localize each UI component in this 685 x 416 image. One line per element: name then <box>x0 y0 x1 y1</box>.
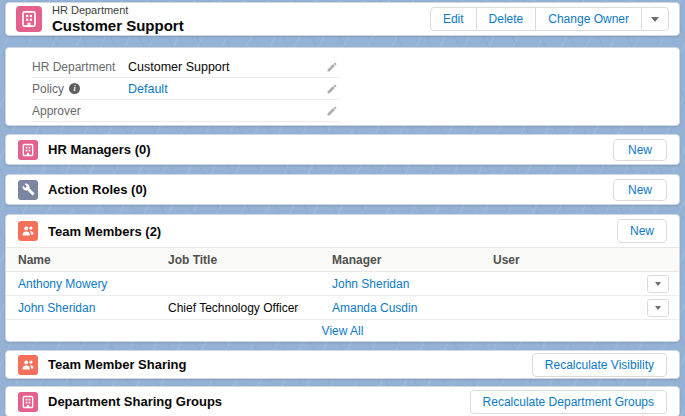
table-row: John Sheridan Chief Technology Officer A… <box>6 296 679 320</box>
field-label: Approver <box>32 104 128 118</box>
field-label-text: Policy <box>32 82 64 96</box>
policy-link[interactable]: Default <box>128 82 324 96</box>
background-gap <box>5 165 680 174</box>
team-members-group-icon <box>18 221 38 241</box>
background-gap <box>5 36 680 47</box>
member-job-title: Chief Technology Officer <box>156 296 320 320</box>
team-members-section: Team Members (2) New Name Job Title Mana… <box>5 214 680 342</box>
chevron-down-icon <box>655 282 661 286</box>
change-owner-button[interactable]: Change Owner <box>535 7 642 31</box>
member-job-title <box>156 272 320 296</box>
background-gap <box>5 379 680 386</box>
hr-managers-building-icon <box>18 140 38 160</box>
team-members-header: Team Members (2) New <box>6 215 679 247</box>
member-name-link[interactable]: Anthony Mowery <box>18 277 107 291</box>
table-header-row: Name Job Title Manager User <box>6 248 679 272</box>
edit-pencil-icon[interactable] <box>324 61 340 73</box>
team-member-sharing-title: Team Member Sharing <box>48 357 532 372</box>
wrench-icon <box>18 180 38 200</box>
field-label: Policy <box>32 82 128 96</box>
edit-pencil-icon[interactable] <box>324 83 340 95</box>
column-header-job-title[interactable]: Job Title <box>156 248 320 272</box>
row-actions-button[interactable] <box>647 275 669 293</box>
record-actions: Edit Delete Change Owner <box>430 7 669 31</box>
hr-managers-new-button[interactable]: New <box>613 139 667 161</box>
column-header-manager[interactable]: Manager <box>320 248 481 272</box>
background-gap <box>5 342 680 350</box>
view-all-link[interactable]: View All <box>322 324 364 338</box>
edit-button[interactable]: Edit <box>430 7 477 31</box>
action-roles-new-button[interactable]: New <box>613 179 667 201</box>
details-card: HR Department Customer Support Policy De… <box>5 47 680 126</box>
chevron-down-icon <box>651 17 659 22</box>
info-icon[interactable] <box>69 83 80 94</box>
field-row-hr-department: HR Department Customer Support <box>32 56 340 78</box>
row-actions-button[interactable] <box>647 299 669 317</box>
team-members-new-button[interactable]: New <box>617 219 667 243</box>
team-members-table: Name Job Title Manager User Anthony Mowe… <box>6 247 679 320</box>
table-row: Anthony Mowery John Sheridan <box>6 272 679 296</box>
hr-department-building-icon <box>16 6 42 32</box>
field-row-approver: Approver <box>32 100 340 122</box>
team-member-sharing-section: Team Member Sharing Recalculate Visibili… <box>5 350 680 379</box>
member-manager-link[interactable]: Amanda Cusdin <box>332 301 417 315</box>
chevron-down-icon <box>655 306 661 310</box>
team-members-title: Team Members (2) <box>48 224 617 239</box>
column-header-actions <box>623 248 679 272</box>
field-label: HR Department <box>32 60 128 74</box>
record-page: HR Department Customer Support Edit Dele… <box>0 0 685 416</box>
member-name-link[interactable]: John Sheridan <box>18 301 95 315</box>
record-header-card: HR Department Customer Support Edit Dele… <box>5 2 680 36</box>
department-building-icon <box>18 392 38 412</box>
object-label: HR Department <box>52 4 430 17</box>
view-all-row: View All <box>6 320 679 341</box>
edit-pencil-icon[interactable] <box>324 105 340 117</box>
field-value: Customer Support <box>128 60 324 74</box>
field-row-policy: Policy Default <box>32 78 340 100</box>
hr-managers-section: HR Managers (0) New <box>5 134 680 165</box>
sharing-group-icon <box>18 355 38 375</box>
member-manager-link[interactable]: John Sheridan <box>332 277 409 291</box>
column-header-user[interactable]: User <box>481 248 623 272</box>
background-gap <box>5 205 680 214</box>
record-header-titles: HR Department Customer Support <box>52 4 430 34</box>
building-icon <box>20 10 38 28</box>
action-roles-title: Action Roles (0) <box>48 182 613 197</box>
background-gap <box>5 126 680 134</box>
page-title: Customer Support <box>52 17 430 34</box>
column-header-name[interactable]: Name <box>6 248 156 272</box>
department-sharing-groups-title: Department Sharing Groups <box>48 394 470 409</box>
more-actions-button[interactable] <box>641 7 669 31</box>
recalculate-department-groups-button[interactable]: Recalculate Department Groups <box>470 390 667 414</box>
action-roles-section: Action Roles (0) New <box>5 174 680 205</box>
recalculate-visibility-button[interactable]: Recalculate Visibility <box>532 353 667 377</box>
hr-managers-title: HR Managers (0) <box>48 142 613 157</box>
member-user <box>481 296 623 320</box>
member-user <box>481 272 623 296</box>
delete-button[interactable]: Delete <box>476 7 537 31</box>
department-sharing-groups-section: Department Sharing Groups Recalculate De… <box>5 386 680 416</box>
